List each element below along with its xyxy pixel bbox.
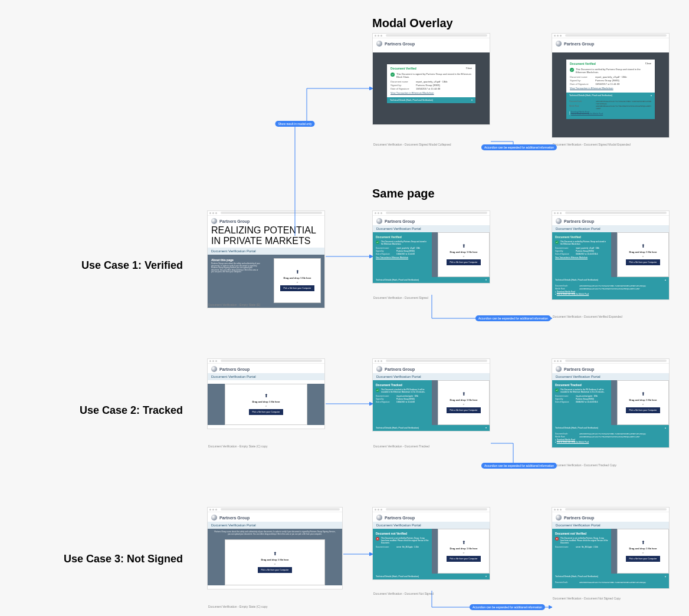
- hash-value: ab52d4615baae221e2c77e7b13ea3ef298d.fe94…: [596, 101, 652, 105]
- check-circle-icon: [376, 241, 379, 244]
- pick-file-button[interactable]: Pick a file from your Computer: [626, 556, 660, 562]
- svg-point-4: [376, 388, 379, 392]
- label-usecase-2: Use Case 2: Tracked: [6, 404, 183, 417]
- file-dropzone[interactable]: ⬆ Drag and drop 1 file here or Pick a fi…: [274, 258, 321, 303]
- link-how-verify[interactable]: How to Read and Verify the Merkle Proof: [571, 113, 603, 115]
- file-dropzone[interactable]: ⬆ Drag and drop 1 file here or Pick a fi…: [438, 232, 490, 277]
- portal-title-bar: Document Verification Portal: [552, 373, 669, 380]
- link-how-verify[interactable]: How to Read and Verify the Merkle Proof: [557, 441, 589, 443]
- modal-verified-expanded: Document Verified Close This Document is…: [566, 60, 655, 119]
- partners-group-logo: [211, 218, 217, 224]
- page-body: About this page Partners Group cares abo…: [208, 255, 324, 308]
- close-button[interactable]: Close: [466, 67, 472, 70]
- pick-file-button[interactable]: Pick a file from your Computer: [626, 407, 660, 413]
- chevron-up-icon: ▴: [665, 575, 666, 578]
- accordion-toggle[interactable]: Technical Details (Hash, Proof and Verif…: [373, 574, 490, 579]
- meta-value: 13/04/2017 at 11:44:33: [396, 401, 415, 403]
- x-circle-icon: [376, 537, 379, 541]
- result-title: Document Tracked: [376, 383, 429, 387]
- meta-value: Partners Group (WW3): [396, 250, 415, 252]
- meta-label: Date of Signature:: [555, 253, 574, 255]
- file-dropzone[interactable]: ⬆ Drag and drop 1 file here or Pick a fi…: [617, 380, 669, 425]
- brand-bar: Partners Group: [552, 364, 669, 373]
- caption: Document Verification - Document Verifie…: [552, 315, 622, 318]
- brand-name: Partners Group: [385, 219, 415, 223]
- dropzone-or: or: [642, 552, 644, 554]
- partners-group-logo: [376, 218, 382, 224]
- pick-file-button[interactable]: Pick a file from your Computer: [249, 409, 283, 415]
- caption: Document Verification - Empty State (C) …: [207, 605, 268, 608]
- meta-value: report_quarterly_v3.pdf · 13kb: [576, 247, 599, 249]
- accordion-toggle[interactable]: Technical Details (Hash, Proof and Verif…: [387, 97, 475, 103]
- screen-verified-samepage: Partners Group Document Verification Por…: [372, 210, 490, 284]
- upload-icon: ⬆: [264, 394, 268, 398]
- accordion-toggle[interactable]: Technical Details (Hash, Proof and Verif…: [552, 574, 669, 579]
- dropzone-or: or: [274, 563, 276, 565]
- file-dropzone[interactable]: ⬆ Drag and drop 1 file here or Pick a fi…: [438, 529, 490, 574]
- caption: Document Verification - Document Tracked: [372, 444, 429, 448]
- pick-file-button[interactable]: Pick a file from your Computer: [447, 556, 480, 562]
- accordion-label: Technical Details (Hash, Proof and Verif…: [376, 575, 419, 578]
- meta-label: Document name:: [555, 395, 574, 397]
- partners-group-logo: [556, 218, 562, 224]
- partners-group-logo: [376, 366, 382, 372]
- result-panel-verified: Document Verified This Document is verif…: [552, 232, 611, 277]
- screen-empty-state-3: Partners Group Document Verification Por…: [207, 507, 343, 589]
- result-message: This Document is not verified by Partner…: [381, 537, 429, 544]
- accordion-toggle[interactable]: Technical Details (Hash, Proof and Verif…: [552, 277, 669, 283]
- link-view-tx[interactable]: View Transaction in Ethereum Blockchain: [570, 87, 651, 90]
- upload-icon: ⬆: [641, 244, 645, 249]
- browser-chrome: [208, 359, 324, 364]
- screen-modal-collapsed: Partners Group Document Verified Close T…: [372, 33, 490, 125]
- flow-annotation-accordion: Accordion can be expanded for additional…: [475, 315, 551, 321]
- screen-modal-expanded: Partners Group Document Verified Close T…: [552, 33, 670, 138]
- intro-text: Partners Group cares about the safety an…: [208, 529, 342, 536]
- link-view-tx[interactable]: View Transaction in Ethereum Blockchain: [391, 91, 472, 94]
- portal-title-bar: Document Verification Portal: [373, 225, 490, 232]
- meta-label: Signed by:: [555, 250, 574, 252]
- accordion-toggle[interactable]: Technical Details (Hash, Proof and Verif…: [566, 93, 655, 98]
- result-panel-tracked: Document Tracked This Document is tracke…: [552, 380, 611, 425]
- accordion-toggle[interactable]: Technical Details (Hash, Proof and Verif…: [552, 425, 669, 431]
- dropzone-or: or: [642, 255, 644, 258]
- link-view-tx[interactable]: View Transaction in Ethereum Blockchain: [376, 256, 429, 259]
- meta-label: Merkle Root:: [569, 106, 594, 110]
- caption: Document Verification - Empty State (E): [207, 303, 260, 307]
- accordion-toggle[interactable]: Technical Details (Hash, Proof and Verif…: [373, 425, 490, 431]
- pick-file-button[interactable]: Pick a file from your Computer: [447, 259, 480, 265]
- page-body: Partners Group cares about the safety an…: [208, 529, 342, 585]
- brand-name: Partners Group: [385, 42, 415, 46]
- upload-icon: ⬆: [641, 392, 645, 397]
- close-button[interactable]: Close: [645, 62, 651, 65]
- meta-value: server_file_38.3.pptx · 2.2kb: [576, 546, 598, 548]
- pick-file-button[interactable]: Pick a file from your Computer: [280, 285, 314, 291]
- file-dropzone[interactable]: ⬆ Drag and drop 1 file here or Pick a fi…: [438, 380, 490, 425]
- pick-file-button[interactable]: Pick a file from your Computer: [626, 259, 660, 265]
- hash-value: ab42d8618baaee21e2e77e7f8e439a637e6313ac…: [579, 436, 640, 439]
- file-dropzone[interactable]: ⬆ Drag and drop 1 file here or Pick a fi…: [225, 539, 325, 585]
- meta-label: Signed by:: [376, 398, 395, 400]
- pick-file-button[interactable]: Pick a file from your Computer: [258, 567, 291, 573]
- portal-title-bar: Document Verification Portal: [373, 373, 490, 380]
- page-body: Document Verified This Document is verif…: [552, 232, 669, 277]
- file-dropzone[interactable]: ⬆ Drag and drop 1 file here or Pick a fi…: [617, 529, 669, 574]
- file-dropzone[interactable]: ⬆ Drag and drop 1 file here or Pick a fi…: [225, 384, 307, 425]
- check-circle-icon: [570, 68, 574, 72]
- brand-bar: Partners Group: [208, 216, 324, 225]
- result-message: This Document is verified by Partners Gr…: [381, 241, 429, 245]
- link-view-tx[interactable]: View Transaction in Ethereum Blockchain: [555, 256, 608, 259]
- screen-empty-state: Partners Group REALIZING POTENTIAL IN PR…: [207, 210, 325, 308]
- meta-label: Document name:: [391, 80, 414, 83]
- brand-tagline: REALIZING POTENTIAL IN PRIVATE MARKETS: [208, 225, 324, 248]
- page-body: Document Tracked This Document is tracke…: [552, 380, 669, 425]
- modal-backdrop: Document Verified Close This Document is…: [373, 52, 490, 124]
- file-dropzone[interactable]: ⬆ Drag and drop 1 file here or Pick a fi…: [617, 232, 669, 277]
- pick-file-button[interactable]: Pick a file from your Computer: [447, 407, 480, 413]
- upload-icon: ⬆: [462, 392, 466, 397]
- svg-point-2: [376, 241, 379, 244]
- screen-not-verified-expanded: Partners Group Document Verification Por…: [552, 507, 670, 589]
- accordion-toggle[interactable]: Technical Details (Hash, Proof and Verif…: [373, 277, 490, 283]
- link-how-verify[interactable]: How to Read and Verify the Merkle Proof: [557, 293, 589, 295]
- page-body: Document Verified This Document is verif…: [373, 232, 490, 277]
- chevron-down-icon: ▾: [485, 279, 487, 281]
